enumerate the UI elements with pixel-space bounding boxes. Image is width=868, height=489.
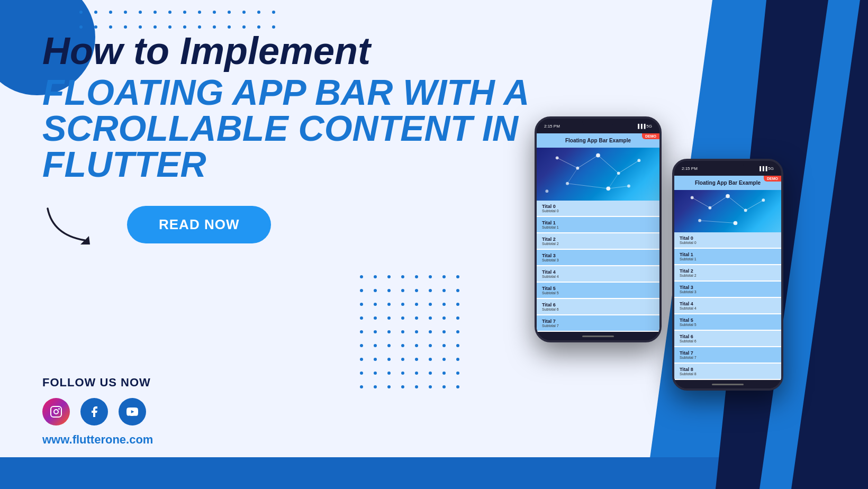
list-subtitle: Subtotal 1 <box>680 257 776 261</box>
phone-mockup-1: 2:15 PM ▐▐▐ 5G Floating App Bar Example … <box>535 116 662 342</box>
website-link[interactable]: www.flutterone.com <box>42 433 153 446</box>
svg-line-18 <box>567 184 608 189</box>
svg-line-21 <box>608 173 618 188</box>
phone1-screen: Floating App Bar Example DEMO <box>537 133 659 332</box>
list-title: Tital 0 <box>680 236 776 241</box>
list-subtitle: Subtotal 3 <box>542 258 654 262</box>
list-item: Tital 0Subtotal 0 <box>537 201 659 217</box>
list-subtitle: Subtotal 6 <box>542 307 654 311</box>
svg-line-29 <box>692 197 710 207</box>
list-title: Tital 3 <box>680 285 776 290</box>
svg-point-13 <box>545 189 548 193</box>
svg-rect-1 <box>51 406 61 417</box>
phone2-notch <box>712 161 744 169</box>
phones-container: 2:15 PM ▐▐▐ 5G Floating App Bar Example … <box>535 116 783 391</box>
phone1-demo-badge: DEMO <box>642 133 659 139</box>
phone1-appbar: Floating App Bar Example DEMO <box>537 133 659 148</box>
list-item: Tital 2Subtotal 2 <box>674 265 781 282</box>
svg-line-17 <box>619 160 639 173</box>
list-subtitle: Subtotal 0 <box>542 209 654 213</box>
phone1-list: Tital 0Subtotal 0Tital 1Subtotal 1Tital … <box>537 201 659 332</box>
list-item: Tital 6Subtotal 6 <box>674 331 781 347</box>
headline-line1: How to Implement <box>42 32 550 70</box>
list-title: Tital 0 <box>542 204 654 209</box>
phone2-time: 2:15 PM <box>682 166 698 171</box>
list-title: Tital 2 <box>680 268 776 274</box>
list-title: Tital 7 <box>542 319 654 324</box>
headline-line3: SCROLLABLE CONTENT IN FLUTTER <box>42 110 550 182</box>
read-now-button[interactable]: READ NOW <box>127 206 271 243</box>
phone2-home-indicator <box>712 384 744 385</box>
phone1-hero-image <box>537 148 659 201</box>
svg-line-30 <box>710 196 728 208</box>
follow-label: FOLLOW US NOW <box>42 376 153 390</box>
list-item: Tital 5Subtotal 5 <box>674 314 781 331</box>
svg-line-32 <box>746 200 764 210</box>
list-subtitle: Subtotal 4 <box>542 275 654 278</box>
list-item: Tital 6Subtotal 6 <box>537 299 659 315</box>
list-title: Tital 5 <box>680 318 776 323</box>
headline-line2: FLOATING APP BAR WITH A <box>42 74 550 110</box>
list-item: Tital 2Subtotal 2 <box>537 233 659 250</box>
phone2-network: 5G <box>768 166 774 171</box>
list-title: Tital 3 <box>542 253 654 258</box>
instagram-icon[interactable] <box>42 398 70 425</box>
social-section: FOLLOW US NOW www.flutterone.com <box>42 376 153 447</box>
list-title: Tital 1 <box>680 252 776 257</box>
list-subtitle: Subtotal 5 <box>680 323 776 327</box>
list-subtitle: Subtotal 6 <box>680 339 776 343</box>
svg-point-3 <box>58 408 60 410</box>
phone1-network: 5G <box>646 124 652 129</box>
list-subtitle: Subtotal 0 <box>680 241 776 245</box>
svg-line-15 <box>577 155 598 168</box>
list-item: Tital 5Subtotal 5 <box>537 283 659 299</box>
list-subtitle: Subtotal 1 <box>542 225 654 229</box>
list-title: Tital 8 <box>680 367 776 372</box>
list-item: Tital 1Subtotal 1 <box>674 249 781 265</box>
phone2-screen: Floating App Bar Example DEMO <box>674 176 781 380</box>
phone2-status-bar: 2:15 PM ▐▐▐ 5G <box>674 161 781 176</box>
phone2-appbar: Floating App Bar Example DEMO <box>674 176 781 190</box>
list-item: Tital 3Subtotal 3 <box>537 250 659 266</box>
phone2-hero-image <box>674 190 781 232</box>
arrow-decoration <box>42 203 116 246</box>
list-item: Tital 7Subtotal 7 <box>537 315 659 332</box>
youtube-icon[interactable] <box>119 398 146 425</box>
list-subtitle: Subtotal 7 <box>542 324 654 328</box>
facebook-icon[interactable] <box>80 398 108 425</box>
svg-line-33 <box>700 221 735 223</box>
svg-line-20 <box>567 168 577 184</box>
list-subtitle: Subtotal 2 <box>680 274 776 277</box>
phone1-appbar-title: Floating App Bar Example <box>565 138 631 143</box>
phone1-status-bar: 2:15 PM ▐▐▐ 5G <box>537 119 659 133</box>
phone1-notch <box>582 119 614 127</box>
list-subtitle: Subtotal 4 <box>680 306 776 310</box>
svg-line-16 <box>598 155 619 173</box>
list-title: Tital 4 <box>542 269 654 275</box>
phone-mockup-2: 2:15 PM ▐▐▐ 5G Floating App Bar Example … <box>672 159 783 391</box>
list-subtitle: Subtotal 2 <box>542 242 654 246</box>
phone1-time: 2:15 PM <box>544 124 560 129</box>
phone1-bottom-bar <box>537 332 659 340</box>
list-title: Tital 1 <box>542 220 654 225</box>
list-subtitle: Subtotal 8 <box>680 372 776 376</box>
list-item: Tital 4Subtotal 4 <box>537 266 659 283</box>
list-item: Tital 3Subtotal 3 <box>674 282 781 298</box>
list-item: Tital 7Subtotal 7 <box>674 347 781 364</box>
list-title: Tital 4 <box>680 301 776 306</box>
cta-row: READ NOW <box>42 203 550 246</box>
svg-line-31 <box>728 196 746 211</box>
phone2-signal: ▐▐▐ 5G <box>758 166 774 171</box>
list-item: Tital 4Subtotal 4 <box>674 298 781 314</box>
list-item: Tital 8Subtotal 8 <box>674 364 781 380</box>
list-title: Tital 2 <box>542 237 654 242</box>
list-title: Tital 6 <box>680 334 776 339</box>
phone2-bottom-bar <box>674 380 781 388</box>
list-title: Tital 7 <box>680 350 776 356</box>
list-subtitle: Subtotal 7 <box>680 356 776 359</box>
social-icons-row <box>42 398 153 425</box>
list-item: Tital 1Subtotal 1 <box>537 217 659 233</box>
list-subtitle: Subtotal 5 <box>542 291 654 295</box>
phone2-appbar-title: Floating App Bar Example <box>695 180 761 186</box>
phone2-demo-badge: DEMO <box>764 176 781 182</box>
